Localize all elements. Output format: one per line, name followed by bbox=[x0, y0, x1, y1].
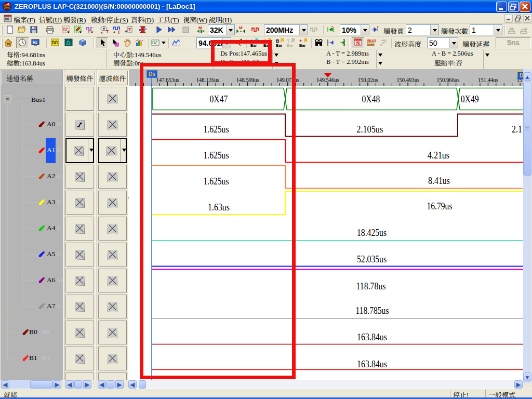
svg-text:18.425us: 18.425us bbox=[357, 227, 387, 238]
svg-text:118.785us: 118.785us bbox=[356, 305, 389, 316]
svg-text:163.84us: 163.84us bbox=[357, 358, 387, 369]
svg-text:0X49: 0X49 bbox=[461, 94, 479, 104]
svg-text:Bar: Bar bbox=[287, 43, 294, 48]
svg-text:150.966us: 150.966us bbox=[436, 77, 459, 83]
svg-text:M: M bbox=[239, 25, 243, 30]
svg-text:E: E bbox=[88, 30, 91, 34]
svg-text:151.44us: 151.44us bbox=[478, 77, 498, 83]
svg-text:T: T bbox=[106, 29, 109, 34]
svg-text:0X48: 0X48 bbox=[362, 94, 380, 104]
svg-text:T: T bbox=[331, 25, 334, 29]
svg-text:T: T bbox=[128, 27, 131, 32]
svg-text:M: M bbox=[198, 25, 202, 30]
svg-text:Bar: Bar bbox=[276, 43, 283, 48]
svg-text:52.035us: 52.035us bbox=[357, 254, 387, 264]
svg-text:150.493us: 150.493us bbox=[396, 77, 419, 83]
svg-text:150.02us: 150.02us bbox=[358, 77, 378, 83]
svg-text:2.1: 2.1 bbox=[512, 124, 522, 135]
svg-text:N: N bbox=[7, 42, 10, 46]
svg-text:149.546us: 149.546us bbox=[316, 77, 339, 83]
svg-text:T: T bbox=[117, 30, 121, 35]
svg-text:8.41us: 8.41us bbox=[428, 175, 450, 186]
svg-text:118.78us: 118.78us bbox=[356, 281, 386, 291]
svg-text:163.84us: 163.84us bbox=[357, 331, 387, 342]
svg-text:T: T bbox=[377, 25, 379, 29]
svg-text:Bar: Bar bbox=[299, 43, 306, 48]
svg-text:Hz: Hz bbox=[33, 41, 37, 44]
svg-text:16.79us: 16.79us bbox=[427, 201, 453, 211]
svg-text:D: D bbox=[520, 73, 523, 78]
svg-text:4.21us: 4.21us bbox=[428, 150, 449, 161]
svg-text:2.105us: 2.105us bbox=[356, 124, 383, 135]
